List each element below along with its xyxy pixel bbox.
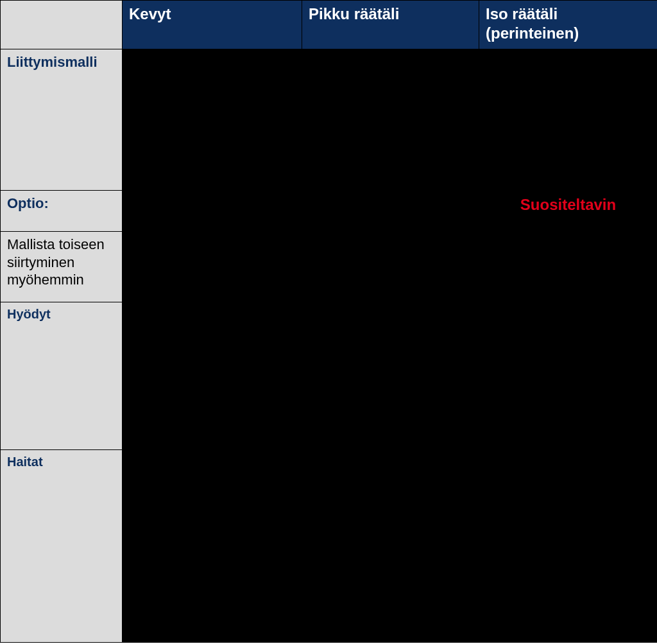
- row-liittymismalli: Liittymismalli: [1, 49, 658, 191]
- cell-liittymismalli-pikku: [302, 49, 479, 191]
- rowlabel-mallista: Mallista toiseen siirtyminen myöhemmin: [1, 232, 123, 302]
- header-kevyt: Kevyt: [123, 1, 302, 49]
- cell-liittymismalli-kevyt: [123, 49, 302, 191]
- cell-hyodyt-iso: [479, 302, 658, 450]
- rowlabel-optio: Optio:: [1, 191, 123, 232]
- header-iso-raatali: Iso räätäli (perinteinen): [479, 1, 658, 49]
- recommend-label: Suositeltavin: [486, 196, 651, 214]
- cell-haitat-iso: [479, 450, 658, 643]
- row-haitat: Haitat: [1, 450, 658, 643]
- rowlabel-hyodyt: Hyödyt: [1, 302, 123, 450]
- cell-mallista-kevyt: [123, 232, 302, 302]
- row-mallista: Mallista toiseen siirtyminen myöhemmin: [1, 232, 658, 302]
- cell-liittymismalli-iso: [479, 49, 658, 191]
- row-optio: Optio: Suositeltavin: [1, 191, 658, 232]
- cell-optio-iso: Suositeltavin: [479, 191, 658, 232]
- cell-optio-pikku: [302, 191, 479, 232]
- cell-optio-kevyt: [123, 191, 302, 232]
- rowlabel-haitat: Haitat: [1, 450, 123, 643]
- cell-haitat-pikku: [302, 450, 479, 643]
- table-header-row: Kevyt Pikku räätäli Iso räätäli (perinte…: [1, 1, 658, 49]
- rowlabel-liittymismalli: Liittymismalli: [1, 49, 123, 191]
- cell-mallista-iso: [479, 232, 658, 302]
- comparison-table: Kevyt Pikku räätäli Iso räätäli (perinte…: [0, 0, 657, 643]
- cell-mallista-pikku: [302, 232, 479, 302]
- cell-hyodyt-pikku: [302, 302, 479, 450]
- row-hyodyt: Hyödyt: [1, 302, 658, 450]
- cell-hyodyt-kevyt: [123, 302, 302, 450]
- cell-haitat-kevyt: [123, 450, 302, 643]
- header-blank: [1, 1, 123, 49]
- header-pikku-raatali: Pikku räätäli: [302, 1, 479, 49]
